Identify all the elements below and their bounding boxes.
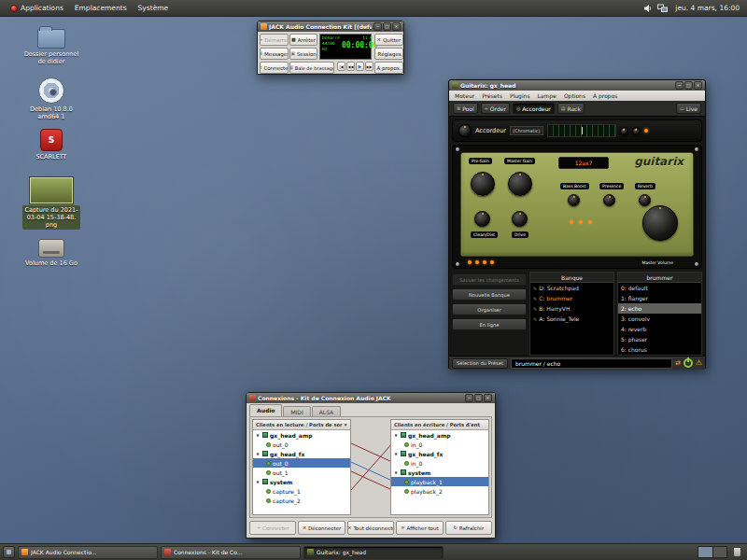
toolbar-live-button[interactable]: ▭ Live (676, 103, 701, 114)
jack-session-button[interactable]: ▣ Session (289, 48, 317, 60)
minimize-icon[interactable]: ─ (374, 22, 382, 31)
tree-row-port[interactable]: out_0 (253, 440, 350, 449)
preset-list-header[interactable]: brummer (618, 273, 701, 283)
preset-row[interactable]: 0: default (618, 283, 701, 293)
tree-row-client[interactable]: ▼ gx_head_fx (253, 449, 350, 458)
writable-clients-header[interactable]: Clients en écriture / Ports d'ent (391, 420, 488, 430)
disconnect-all-button[interactable]: ×× Tout déconnecter (347, 521, 394, 535)
expander-icon[interactable]: ▼ (393, 452, 399, 456)
tree-row-port-selected[interactable]: playback_1 (391, 477, 488, 486)
current-preset-field[interactable]: brummer / echo (511, 358, 672, 369)
tab-alsa[interactable]: ALSA (312, 406, 341, 416)
expander-icon[interactable]: ▼ (255, 452, 261, 456)
task-connections[interactable]: Connexions - Kit de Co... (161, 546, 301, 559)
bank-row-selected[interactable]: ✎ C: brummer (530, 293, 613, 303)
tab-midi[interactable]: MIDI (283, 406, 310, 416)
maximize-icon[interactable]: □ (684, 81, 693, 90)
transport-rewind-icon[interactable]: ◀◀ (346, 62, 355, 71)
tree-row-client[interactable]: ▼ system (391, 468, 488, 477)
tab-audio[interactable]: Audio (249, 404, 282, 416)
preset-row[interactable]: 3: convolv (618, 314, 701, 324)
tree-row-port-selected[interactable]: out_0 (253, 458, 350, 468)
menu-moteur[interactable]: Moteur (451, 92, 478, 99)
expander-icon[interactable]: ▼ (393, 470, 399, 475)
disconnect-button[interactable]: × Déconnecter (298, 521, 345, 535)
toolbar-tuner-button[interactable]: ◎ Accordeur (513, 103, 555, 114)
preset-row[interactable]: 6: chorus (618, 344, 701, 355)
desktop-icon-debian-cd[interactable]: Debian 10.8.0 amd64 1 (12, 77, 91, 120)
transport-skip-start-icon[interactable]: |◀ (337, 62, 345, 71)
refresh-button[interactable]: ↻ Rafraîchir (445, 521, 492, 535)
menu-options[interactable]: Options (560, 92, 589, 99)
master-gain-knob[interactable] (508, 172, 532, 196)
menu-emplacements[interactable]: Emplacements (69, 0, 133, 16)
desktop-icon-scarlett[interactable]: S SCARLETT (12, 129, 91, 161)
power-icon[interactable] (684, 358, 693, 368)
close-icon[interactable]: × (392, 22, 401, 31)
guitarix-titlebar[interactable]: Guitarix: gx_head ─ □ × (449, 80, 705, 91)
tuner-level-knob[interactable] (458, 124, 472, 137)
jack-quit-button[interactable]: × Quitter (374, 34, 403, 46)
organize-button[interactable]: Organiser (452, 303, 527, 315)
expander-icon[interactable]: ▼ (255, 433, 261, 438)
bank-row[interactable]: ✎ B: HarryVH (530, 303, 613, 314)
readable-clients-header[interactable]: Clients en lecture / Ports de sor ▾ (253, 420, 350, 430)
show-desktop-icon[interactable] (3, 546, 15, 558)
preset-select-button[interactable]: Sélection du Préset (452, 358, 508, 369)
menu-plugins[interactable]: Plugins (506, 92, 534, 99)
swap-icon[interactable]: ⇄ (675, 359, 681, 367)
drive-knob[interactable] (512, 211, 528, 227)
jack-setup-button[interactable]: ⚙ Réglages... (374, 48, 403, 60)
desktop-icon-capture[interactable]: Capture du 2021- 03-04 15-38-48. png (12, 177, 91, 230)
menu-apropos[interactable]: À propos (589, 92, 621, 99)
reverb-knob[interactable] (639, 194, 651, 206)
menu-systeme[interactable]: Système (133, 0, 175, 16)
tuner-knob-a[interactable] (620, 127, 628, 135)
jack-messages-button[interactable]: ≣ Messages (260, 48, 289, 60)
preset-row[interactable]: 4: reverb (618, 324, 701, 334)
jack-titlebar[interactable]: JACK Audio Connection Kit [(default)] Dé… (258, 21, 403, 32)
tree-row-port[interactable]: capture_2 (253, 496, 350, 505)
new-bank-button[interactable]: Nouvelle Banque (452, 288, 527, 301)
tuner-mode-select[interactable]: (Chromatic) (510, 126, 543, 135)
expander-icon[interactable]: ▼ (255, 480, 261, 484)
tree-row-port[interactable]: out_1 (253, 468, 350, 477)
close-icon[interactable]: × (694, 81, 702, 90)
tree-row-port[interactable]: in_0 (391, 458, 488, 468)
menu-applications[interactable]: Applications (5, 0, 69, 16)
bass-boost-knob[interactable] (568, 194, 580, 206)
presence-knob[interactable] (603, 194, 615, 206)
tree-row-port[interactable]: playback_2 (391, 486, 488, 496)
transport-play-icon[interactable]: ▶ (356, 62, 364, 71)
toolbar-pool-button[interactable]: ≣ Pool (453, 103, 478, 114)
tuner-knob-b[interactable] (632, 127, 641, 135)
expander-icon[interactable]: ▼ (393, 433, 399, 438)
tree-row-port[interactable]: capture_1 (253, 486, 350, 496)
save-changes-button[interactable]: Sauver les changements (452, 273, 527, 286)
menu-presets[interactable]: Présets (478, 92, 506, 99)
clean-dist-knob[interactable] (474, 211, 490, 227)
desktop-icon-volume16[interactable]: Volume de 16 Go (12, 239, 91, 267)
connect-button[interactable]: + Connecter (249, 521, 296, 535)
maximize-icon[interactable]: □ (383, 22, 391, 31)
preset-row-selected[interactable]: 2: echo (618, 303, 701, 314)
trash-icon[interactable] (733, 547, 741, 557)
show-all-button[interactable]: ≡ Afficher tout (396, 521, 443, 535)
preset-row[interactable]: 5: phaser (618, 334, 701, 344)
close-icon[interactable]: × (484, 394, 492, 402)
connections-titlebar[interactable]: Connexions - Kit de Connexion Audio JACK… (247, 393, 495, 403)
tree-row-client[interactable]: ▼ gx_head_amp (253, 430, 350, 440)
network-icon[interactable] (657, 4, 668, 13)
jack-patchbay-button[interactable]: ▦ Baie de brassage (289, 62, 334, 74)
jack-start-button[interactable]: ▶ Démarrer (260, 34, 289, 46)
online-button[interactable]: En ligne (452, 318, 527, 330)
bank-row[interactable]: ✎ D: Scratchpad (530, 283, 613, 293)
toolbar-rack-button[interactable]: ▤ Rack (557, 103, 585, 114)
minimize-icon[interactable]: ─ (465, 394, 473, 402)
tree-row-port[interactable]: in_0 (391, 440, 488, 449)
task-jack[interactable]: JACK Audio Connectio... (18, 546, 158, 559)
jack-connect-button[interactable]: ⇄ Connecter (260, 62, 289, 74)
menu-lampe[interactable]: Lampe (534, 92, 560, 99)
tree-row-client[interactable]: ▼ gx_head_amp (391, 430, 488, 440)
workspace-2[interactable] (712, 547, 726, 557)
